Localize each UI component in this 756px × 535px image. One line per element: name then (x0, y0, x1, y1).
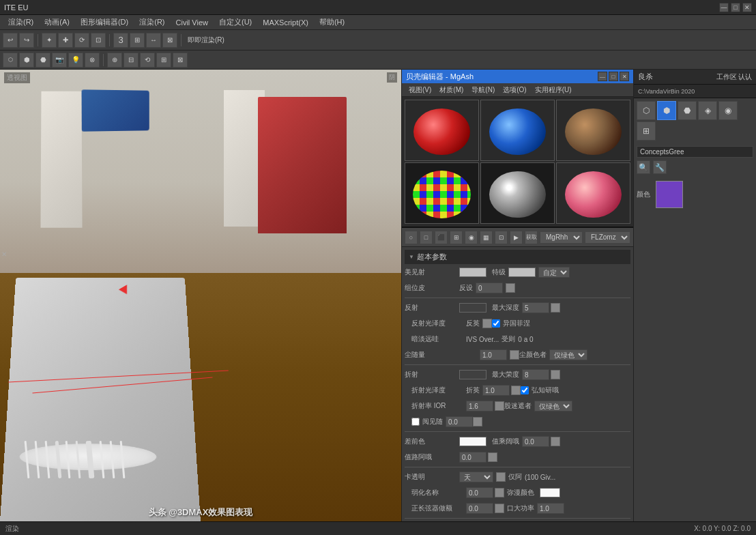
props-section-basic[interactable]: 超本参数 (405, 250, 630, 264)
refract-color-swatch[interactable] (459, 370, 486, 379)
mat-tb-vid[interactable]: ▶ (510, 231, 523, 244)
tb2-display[interactable]: ⊞ (156, 53, 171, 68)
tb-rotate[interactable]: ⟳ (74, 33, 89, 48)
tb2-space[interactable]: ⊗ (85, 53, 100, 68)
dust-color-select[interactable]: 仅绿色 (549, 349, 587, 360)
tb-select[interactable]: ✦ (42, 33, 57, 48)
refract-gloss-swatch[interactable] (511, 386, 521, 395)
tb-move[interactable]: ✚ (58, 33, 73, 48)
refract-cb-input[interactable] (446, 416, 473, 427)
mat-tb-sample-type[interactable]: ⊞ (450, 231, 463, 244)
mat-sphere-pink[interactable] (556, 162, 630, 224)
mat-sphere-checker2[interactable] (480, 162, 555, 224)
diffuse-color-swatch[interactable] (506, 283, 515, 293)
tb-align[interactable]: ⊠ (162, 33, 177, 48)
transluc-sub2-swatch[interactable] (495, 504, 504, 513)
refract-gloss-input[interactable] (482, 385, 510, 396)
maximize-button[interactable]: □ (731, 3, 740, 12)
fr-icon-hierarchy[interactable]: ⬣ (678, 101, 697, 120)
specular-color-swatch[interactable] (508, 268, 536, 277)
diffuse-input[interactable] (476, 283, 503, 293)
menu-graph-editor[interactable]: 图形编辑器(D) (75, 16, 134, 29)
fr-icon-modify[interactable]: ⬢ (657, 101, 676, 120)
reflect-fres-cb[interactable] (492, 319, 500, 328)
menu-render2[interactable]: 渲染(R) (134, 16, 170, 29)
fog-opc-swatch[interactable] (488, 452, 497, 462)
refract-ior-swatch[interactable] (495, 401, 504, 411)
mat-sphere-red[interactable] (405, 100, 479, 161)
reflect-max-swatch[interactable] (551, 303, 560, 313)
reflect-color-swatch[interactable] (459, 303, 486, 313)
mat-sphere-checker1[interactable] (405, 162, 479, 224)
tb2-layer[interactable]: ⬡ (3, 53, 18, 68)
mat-editor-min[interactable]: — (598, 72, 607, 81)
dust-amount-swatch[interactable] (510, 350, 519, 360)
tb2-helper[interactable]: ⬣ (35, 53, 50, 68)
transluc-diffuse-swatch[interactable] (540, 488, 560, 497)
fog-color-swatch[interactable] (459, 437, 486, 446)
tb-box[interactable]: 3 (113, 33, 128, 48)
mat-tb-bg[interactable]: ▦ (480, 231, 493, 244)
mat-tb-tiled[interactable]: ⊡ (495, 231, 508, 244)
refract-max-input[interactable] (522, 369, 549, 380)
mat-menu-util[interactable]: 实用程序(U) (531, 84, 576, 96)
minimize-button[interactable]: — (719, 3, 729, 12)
tb2-modify[interactable]: ⊕ (107, 53, 122, 68)
mat-menu-option[interactable]: 选项(O) (499, 84, 530, 96)
tb-undo[interactable]: ↩ (3, 33, 18, 48)
ambient-color-swatch[interactable] (459, 268, 486, 277)
mat-menu-material[interactable]: 材质(M) (435, 84, 467, 96)
mat-sphere-brown[interactable] (556, 100, 630, 161)
menu-civil-view[interactable]: Civil View (171, 17, 214, 28)
menu-animate[interactable]: 动画(A) (39, 16, 75, 29)
tb2-camera[interactable]: 📷 (52, 53, 67, 68)
tb2-light[interactable]: 💡 (68, 53, 83, 68)
mat-tb-sphere[interactable]: ○ (405, 231, 418, 244)
refract-affect-cb[interactable] (521, 386, 529, 394)
material-color-swatch[interactable] (656, 181, 683, 208)
tb2-shape[interactable]: ⬢ (19, 53, 34, 68)
refract-cb[interactable] (411, 418, 420, 426)
transluc-sub3-input[interactable] (537, 503, 564, 514)
mat-sphere-blue[interactable] (480, 100, 555, 161)
tb-redo[interactable]: ↪ (19, 33, 34, 48)
close-button[interactable]: ✕ (742, 3, 752, 12)
transluc-sub1-input[interactable] (466, 487, 493, 498)
mat-toolbar-select1[interactable]: MgRhh (540, 231, 583, 244)
fr-icon-create[interactable]: ⬡ (637, 101, 656, 120)
fog-opc-input[interactable] (459, 452, 486, 463)
mat-editor-max[interactable]: □ (609, 72, 618, 81)
tb2-utilities[interactable]: ⊠ (173, 53, 188, 68)
refract-ior-input[interactable] (466, 401, 493, 411)
search-icon-btn[interactable]: 🔍 (637, 160, 650, 174)
menu-render[interactable]: 渲染(R) (3, 16, 39, 29)
tb-snap[interactable]: ⊞ (130, 33, 145, 48)
fr-icon-motion[interactable]: ◈ (698, 101, 717, 120)
viewport-3d[interactable]: 透视图 ✕ 阴 头条 @3DMAX效果图表现 (0, 70, 401, 521)
mat-menu-view[interactable]: 视图(V) (405, 84, 435, 96)
mat-menu-nav[interactable]: 导航(N) (467, 84, 499, 96)
menu-help[interactable]: 帮助(H) (314, 16, 350, 29)
fog-mult-swatch[interactable] (551, 437, 560, 446)
mat-tb-cube[interactable]: □ (420, 231, 433, 244)
tb2-motion[interactable]: ⟲ (140, 53, 155, 68)
refract-affect-select[interactable]: 仅绿色 (534, 401, 572, 411)
specular-mode-select[interactable]: 自定 (538, 267, 570, 278)
mat-editor-close[interactable]: ✕ (620, 72, 629, 81)
refract-cb-swatch[interactable] (473, 417, 482, 426)
menu-maxscript[interactable]: MAXScript(X) (257, 17, 314, 28)
mat-toolbar-select2[interactable]: FLZomz (585, 231, 630, 244)
refract-max-swatch[interactable] (551, 370, 560, 379)
fr-icon-utilities[interactable]: ⊞ (637, 121, 656, 141)
fr-icon-display[interactable]: ◉ (718, 101, 738, 120)
transluc-color-swatch[interactable] (496, 472, 506, 482)
mat-tb-get[interactable]: 获取 (525, 231, 538, 244)
tb-scale[interactable]: ⊡ (91, 33, 106, 48)
tb2-hierarchy[interactable]: ⊟ (123, 53, 139, 68)
transluc-sub1-swatch[interactable] (495, 488, 504, 497)
fog-mult-input[interactable] (522, 436, 549, 447)
wrench-icon-btn[interactable]: 🔧 (653, 160, 667, 174)
reflect-max-input[interactable] (522, 302, 549, 313)
mat-tb-backlight[interactable]: ◉ (465, 231, 478, 244)
tb-mirror[interactable]: ↔ (146, 33, 161, 48)
